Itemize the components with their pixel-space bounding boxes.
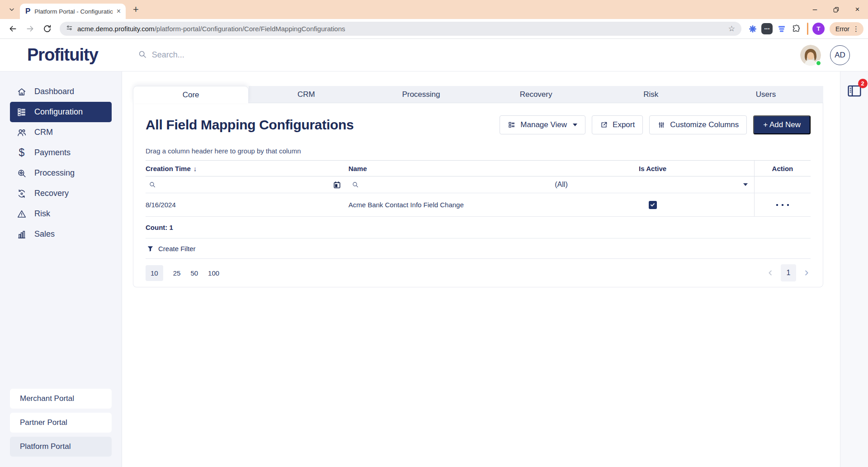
table-row[interactable]: 8/16/2024 Acme Bank Contact Info Field C… xyxy=(146,193,811,217)
tab-processing[interactable]: Processing xyxy=(363,86,478,103)
create-filter-button[interactable]: Create Filter xyxy=(146,238,811,259)
page-title: All Field Mapping Configurations xyxy=(146,117,354,133)
sidebar-item-sales[interactable]: Sales xyxy=(10,224,112,244)
column-header-name[interactable]: Name xyxy=(349,161,552,176)
search-input[interactable] xyxy=(152,50,306,60)
url-bar[interactable]: acme.demo.profituity.com/platform-portal… xyxy=(60,22,741,36)
sidebar-item-processing[interactable]: Processing xyxy=(10,163,112,183)
sidebar-item-label: CRM xyxy=(34,128,53,137)
configuration-list-icon xyxy=(17,107,27,117)
browser-tab[interactable]: P Platform Portal - Configuration × xyxy=(20,4,126,19)
people-icon xyxy=(17,128,27,138)
tab-risk[interactable]: Risk xyxy=(594,86,708,103)
tab-core[interactable]: Core xyxy=(133,86,249,103)
is-active-filter-value: (All) xyxy=(555,181,567,189)
sidebar-item-label: Recovery xyxy=(34,189,69,198)
manage-view-button[interactable]: Manage View xyxy=(500,115,585,134)
merchant-portal-button[interactable]: Merchant Portal xyxy=(10,389,112,409)
tab-recovery[interactable]: Recovery xyxy=(479,86,594,103)
extension-bars-icon[interactable] xyxy=(775,22,788,36)
bar-chart-icon xyxy=(17,229,27,239)
cell-creation-time: 8/16/2024 xyxy=(146,193,349,216)
filter-creation-time[interactable] xyxy=(146,176,349,193)
app-body: Dashboard Configuration CRM $ Payments P… xyxy=(0,71,868,467)
reload-icon[interactable] xyxy=(39,21,55,37)
filter-name[interactable] xyxy=(349,176,552,193)
error-label: Error xyxy=(835,25,849,33)
sidebar-item-dashboard[interactable]: Dashboard xyxy=(10,81,112,102)
forward-icon[interactable] xyxy=(22,21,38,37)
search-icon xyxy=(138,50,147,61)
tab-close-icon[interactable]: × xyxy=(115,7,122,15)
partner-portal-button[interactable]: Partner Portal xyxy=(10,413,112,433)
column-header-action: Action xyxy=(754,161,811,176)
column-header-is-active[interactable]: Is Active xyxy=(551,161,754,176)
page-size-options: 10 25 50 100 xyxy=(146,265,219,281)
browser-menu-kebab-icon[interactable]: ⋮ xyxy=(852,25,860,33)
cell-is-active xyxy=(551,193,754,216)
pagination-bar: 10 25 50 100 1 xyxy=(146,259,811,287)
sidebar-item-label: Dashboard xyxy=(34,87,74,96)
new-tab-button[interactable]: + xyxy=(133,4,139,15)
export-icon xyxy=(600,121,608,129)
is-active-checkbox[interactable] xyxy=(649,201,657,209)
grid-list-icon xyxy=(508,121,516,129)
browser-error-pill[interactable]: Error ⋮ xyxy=(830,22,863,36)
export-label: Export xyxy=(613,120,635,129)
next-page-icon[interactable] xyxy=(802,269,811,277)
app-header: Profituity AD xyxy=(0,39,868,71)
app-logo[interactable]: Profituity xyxy=(27,45,98,65)
page-size-25[interactable]: 25 xyxy=(173,269,181,277)
url-text[interactable]: acme.demo.profituity.com/platform-portal… xyxy=(77,25,725,33)
tab-search-chevron-icon[interactable] xyxy=(5,3,18,16)
user-initials-badge[interactable]: AD xyxy=(830,45,850,65)
cell-action xyxy=(754,193,811,216)
side-panel-toggle[interactable]: 2 xyxy=(847,84,862,98)
extensions-puzzle-icon[interactable] xyxy=(789,22,803,36)
column-header-creation-time[interactable]: Creation Time ↓ xyxy=(146,161,349,176)
window-minimize-icon[interactable]: – xyxy=(804,0,826,19)
customize-columns-button[interactable]: Customize Columns xyxy=(649,115,747,134)
platform-portal-button[interactable]: Platform Portal xyxy=(10,437,112,457)
browser-profile-avatar[interactable]: T xyxy=(812,23,825,35)
extension-starburst-icon[interactable] xyxy=(746,22,760,36)
previous-page-icon[interactable] xyxy=(766,269,774,277)
sort-desc-icon[interactable]: ↓ xyxy=(193,165,197,172)
sidebar-item-payments[interactable]: $ Payments xyxy=(10,143,112,163)
site-info-icon[interactable] xyxy=(66,24,73,33)
search-icon xyxy=(352,181,359,188)
warning-triangle-icon xyxy=(17,209,27,219)
sidebar-item-risk[interactable]: Risk xyxy=(10,204,112,224)
window-close-icon[interactable]: × xyxy=(847,0,868,19)
tab-crm[interactable]: CRM xyxy=(249,86,363,103)
user-avatar[interactable] xyxy=(800,45,821,66)
page-size-100[interactable]: 100 xyxy=(208,269,219,277)
main-content: Core CRM Processing Recovery Risk Users … xyxy=(122,71,840,467)
sidebar-item-label: Sales xyxy=(34,229,55,239)
window-restore-icon[interactable] xyxy=(826,0,847,19)
add-new-button[interactable]: + Add New xyxy=(753,115,811,134)
sidebar-item-crm[interactable]: CRM xyxy=(10,122,112,143)
row-actions-menu-icon[interactable] xyxy=(755,204,811,206)
config-tabs: Core CRM Processing Recovery Risk Users xyxy=(133,86,823,103)
bookmark-star-icon[interactable]: ☆ xyxy=(728,24,735,33)
export-button[interactable]: Export xyxy=(592,115,643,134)
filter-action xyxy=(754,176,811,193)
global-search[interactable] xyxy=(138,50,306,61)
sidebar-item-configuration[interactable]: Configuration xyxy=(10,102,112,122)
sidebar-item-recovery[interactable]: Recovery xyxy=(10,183,112,204)
chevron-down-icon xyxy=(573,124,577,126)
tab-users[interactable]: Users xyxy=(708,86,823,103)
current-page[interactable]: 1 xyxy=(781,264,796,281)
browser-tabstrip: P Platform Portal - Configuration × + – … xyxy=(0,0,868,19)
table-filter-row: (All) xyxy=(146,176,811,193)
row-count: Count: 1 xyxy=(146,217,811,238)
back-icon[interactable] xyxy=(5,21,21,37)
page-size-10[interactable]: 10 xyxy=(146,265,163,281)
filter-is-active-dropdown[interactable]: (All) xyxy=(551,176,754,193)
extension-chat-icon[interactable]: ••• xyxy=(760,22,774,36)
tab-title: Platform Portal - Configuration xyxy=(34,8,112,15)
table-header-row: Creation Time ↓ Name Is Active Action xyxy=(146,160,811,176)
calendar-icon[interactable] xyxy=(333,181,341,189)
page-size-50[interactable]: 50 xyxy=(190,269,198,277)
